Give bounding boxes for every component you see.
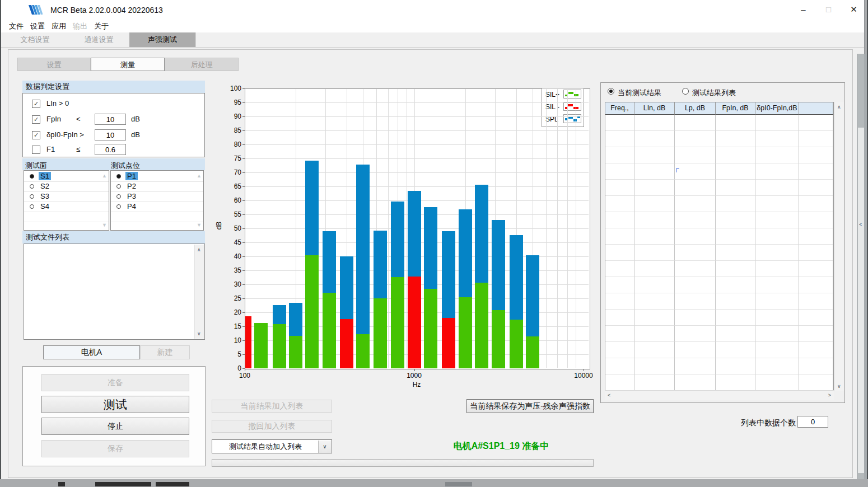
undo-add-button[interactable]: 撤回加入列表 <box>212 420 332 433</box>
scroll-down-icon[interactable]: ∨ <box>837 383 841 389</box>
point-item-3[interactable]: P4 <box>111 202 203 212</box>
add-result-button[interactable]: 当前结果加入列表 <box>212 400 332 413</box>
point-listbox[interactable]: P1P2P3P4▲▼ <box>110 170 204 231</box>
tab-2[interactable]: 声强测试 <box>129 32 196 47</box>
table-cell <box>716 261 755 277</box>
motor-name-button[interactable]: 电机A <box>43 345 140 359</box>
point-radio-3[interactable] <box>116 204 121 209</box>
gridline-v <box>546 89 547 368</box>
subtab-1[interactable]: 测量 <box>91 58 165 71</box>
point-label-0: P1 <box>125 172 138 180</box>
subtab-0[interactable]: 设置 <box>17 58 91 71</box>
subtab-2[interactable]: 后处理 <box>165 58 239 71</box>
collapse-left-icon[interactable]: < <box>859 222 862 227</box>
scroll-up-icon[interactable]: ▲ <box>102 173 107 179</box>
scroll-up-icon[interactable]: ▲ <box>197 173 202 179</box>
point-item-2[interactable]: P3 <box>111 191 203 202</box>
control-button-3[interactable]: 保存 <box>41 440 189 457</box>
results-hscrollbar[interactable]: < > <box>605 390 834 400</box>
file-list-scrollbar[interactable]: ∧ ∨ <box>194 245 204 339</box>
menu-item-1[interactable]: 设置 <box>27 21 48 31</box>
results-table[interactable]: Freq., HzLIn, dBLp, dBFpIn, dBδpI0-FpIn,… <box>605 102 834 391</box>
scroll-down-icon[interactable]: ∨ <box>197 331 201 336</box>
surface-item-1[interactable]: S2 <box>24 181 109 191</box>
table-cell <box>675 326 716 342</box>
file-list-title: 测试文件列表 <box>22 231 205 244</box>
table-cell <box>799 212 833 228</box>
scroll-down-icon[interactable]: ▼ <box>197 222 202 228</box>
judge-checkbox-1[interactable]: ✓ <box>32 115 40 124</box>
menu-item-4[interactable]: 关于 <box>91 21 112 31</box>
table-cell <box>716 310 755 326</box>
y-tick-mark <box>242 144 245 145</box>
tab-strip: 文档设置通道设置声强测试 <box>1 32 864 48</box>
scroll-left-icon[interactable]: < <box>608 392 610 398</box>
control-button-1[interactable]: 测试 <box>41 396 189 413</box>
table-cell <box>716 131 755 147</box>
judge-value-input-2[interactable] <box>95 129 126 141</box>
new-motor-button[interactable]: 新建 <box>140 345 190 359</box>
surface-radio-1[interactable] <box>30 184 34 189</box>
surface-item-3[interactable]: S4 <box>24 202 109 212</box>
save-as-pressure-button[interactable]: 当前结果保存为声压-残余声强指数 <box>466 399 594 413</box>
scroll-up-icon[interactable]: ∧ <box>197 247 201 252</box>
sil-plus-bar-125 <box>254 323 268 368</box>
judge-checkbox-3[interactable] <box>32 146 40 154</box>
file-listbox[interactable]: ∧ ∨ <box>24 244 205 340</box>
table-cell <box>799 261 833 277</box>
scroll-down-icon[interactable]: ▼ <box>102 222 107 228</box>
table-cell <box>716 374 755 391</box>
y-tick-mark <box>242 130 245 131</box>
bottom-strip <box>0 479 868 487</box>
table-cell <box>675 180 716 196</box>
y-tick-mark <box>242 186 245 187</box>
surface-radio-3[interactable] <box>30 204 34 209</box>
judge-checkbox-0[interactable]: ✓ <box>32 100 40 108</box>
surface-listbox[interactable]: S1S2S3S4▲▼ <box>24 170 109 231</box>
y-tick-mark <box>242 354 245 355</box>
judge-value-input-3[interactable] <box>95 144 126 155</box>
count-input[interactable] <box>797 416 828 428</box>
surface-radio-0[interactable] <box>30 174 34 179</box>
surface-label-2: S3 <box>39 192 51 200</box>
menu-item-2[interactable]: 应用 <box>48 21 69 31</box>
judge-op-1: < <box>76 115 81 123</box>
scroll-right-icon[interactable]: > <box>828 392 831 398</box>
control-button-2[interactable]: 停止 <box>41 418 189 435</box>
control-button-0[interactable]: 准备 <box>41 374 189 391</box>
radio-current-result[interactable] <box>608 88 614 95</box>
table-cell <box>755 245 799 261</box>
judge-checkbox-2[interactable]: ✓ <box>32 131 40 139</box>
gridline-h <box>245 172 589 173</box>
menu-item-3[interactable]: 输出 <box>69 21 91 31</box>
tab-0[interactable]: 文档设置 <box>2 32 69 47</box>
y-axis-title: dB <box>215 222 223 230</box>
results-vscrollbar[interactable]: ∧ ∨ <box>834 102 844 391</box>
surface-radio-2[interactable] <box>30 194 34 199</box>
close-button[interactable]: ✕ <box>841 0 866 20</box>
table-cell <box>605 196 634 212</box>
maximize-button[interactable]: □ <box>816 0 841 20</box>
sil-plus-bar-1250 <box>424 289 437 368</box>
point-radio-2[interactable] <box>116 194 121 199</box>
y-tick-mark <box>242 116 245 117</box>
menu-item-0[interactable]: 文件 <box>6 21 27 31</box>
surface-item-0[interactable]: S1 <box>24 171 109 181</box>
radio-result-list[interactable] <box>682 88 689 95</box>
gridline-v <box>407 89 407 368</box>
point-item-0[interactable]: P1 <box>111 171 203 181</box>
title-bar: MCR Beta 2.02.0.004 20220613 – □ ✕ <box>1 0 864 21</box>
splitter-thumb[interactable] <box>858 128 864 473</box>
background-window-fragment <box>445 482 472 486</box>
auto-add-combobox[interactable]: 测试结果自动加入列表 ∨ <box>212 439 332 453</box>
background-window-fragment <box>156 482 189 486</box>
chevron-down-icon[interactable]: ∨ <box>318 441 331 453</box>
point-radio-0[interactable] <box>116 174 121 179</box>
tab-1[interactable]: 通道设置 <box>68 32 130 47</box>
surface-item-2[interactable]: S3 <box>24 191 109 202</box>
judge-value-input-1[interactable] <box>95 114 126 125</box>
minimize-button[interactable]: – <box>791 0 816 20</box>
scroll-up-icon[interactable]: ∧ <box>837 104 841 110</box>
point-item-1[interactable]: P2 <box>111 181 203 191</box>
point-radio-1[interactable] <box>116 184 121 189</box>
